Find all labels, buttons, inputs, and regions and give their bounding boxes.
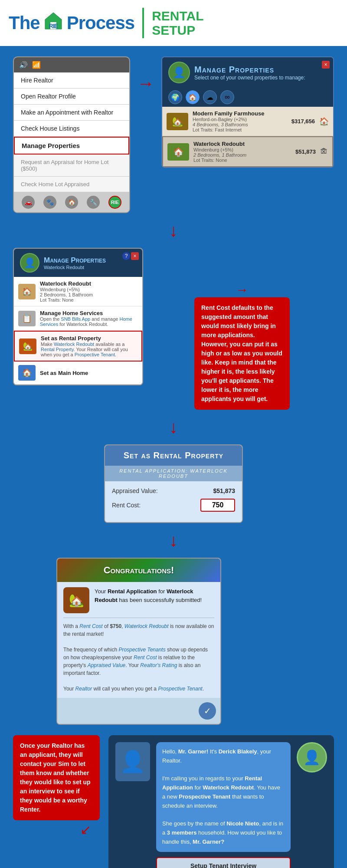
property-traits-farmhouse: Lot Traits: Fast Internet bbox=[193, 127, 287, 132]
congrats-text-rent: With a Rent Cost of $750, Waterlock Redo… bbox=[63, 622, 214, 638]
property-info-farmhouse: Modern Family Farmhouse Henford-on-Bagle… bbox=[193, 110, 287, 132]
dialog2-main-home-title: Set as Main Home bbox=[40, 370, 88, 376]
dialog-title: Manage Properties bbox=[194, 65, 305, 75]
dialog2-services-title: Manage Home Services bbox=[40, 310, 138, 316]
property-info-waterlock: Waterlock Redoubt Windenburg (+5%) 2 Bed… bbox=[193, 141, 291, 163]
dialog2-set-rental[interactable]: 🏡 Set as Rental Property Make Waterlock … bbox=[14, 331, 142, 362]
phone-panel-wrapper: 🔊 📶 Hire Realtor Open Realtor Profile Ma… bbox=[13, 56, 130, 213]
dialog2-help-btn[interactable]: ? bbox=[122, 252, 130, 260]
manage-properties-dialog2: 👤 Manage Properties Waterlock Redoubt ? … bbox=[13, 248, 143, 385]
property-price-waterlock: $51,873 bbox=[295, 148, 316, 155]
dialog2-property-location: Windenburg (+5%) bbox=[40, 287, 93, 292]
caller-avatar-right: 👤 bbox=[297, 742, 327, 773]
dialog-icon-infinity[interactable]: ∞ bbox=[220, 90, 234, 104]
property-traits-waterlock: Lot Traits: None bbox=[193, 158, 291, 163]
phone-icon-home[interactable]: 🏠 bbox=[65, 196, 78, 209]
dialog-close-btn[interactable]: × bbox=[322, 61, 330, 69]
property-action-icon-farmhouse: 🏠 bbox=[319, 117, 329, 126]
arrow-down-1: ↓ bbox=[13, 222, 334, 239]
rental-cost-field: Rent Cost: bbox=[112, 499, 235, 512]
rental-appraised-label: Appraised Value: bbox=[112, 487, 209, 494]
dialog2-main-home-icon: 🏠 bbox=[18, 365, 36, 381]
main-content: 🔊 📶 Hire Realtor Open Realtor Profile Ma… bbox=[0, 48, 347, 868]
logo-process: Process bbox=[67, 13, 134, 33]
section-1: 🔊 📶 Hire Realtor Open Realtor Profile Ma… bbox=[13, 56, 334, 213]
callout-section: → Rent Cost defaults to the suggested am… bbox=[150, 248, 334, 410]
svg-text:RIE: RIE bbox=[49, 23, 58, 30]
dialog-header: 👤 Manage Properties Select one of your o… bbox=[162, 57, 333, 88]
header-divider bbox=[142, 8, 144, 38]
congrats-text-frequency: The frequency of which Prospective Tenan… bbox=[63, 646, 214, 677]
congrats-check-btn[interactable]: ✓ bbox=[199, 702, 216, 720]
menu-item-check-appraised[interactable]: Check Home Lot Appraised bbox=[14, 177, 129, 192]
arrow-down-2: ↓ bbox=[13, 418, 334, 436]
congrats-dialog: Congratulations! 🏡 Your Rental Applicati… bbox=[56, 558, 221, 725]
caller-avatar-left: 👤 bbox=[115, 742, 150, 781]
menu-item-open-realtor-profile[interactable]: Open Realtor Profile bbox=[14, 89, 129, 105]
dialog-icons-row: 🌍 🏠 ☁ ∞ bbox=[162, 88, 333, 107]
phone-icon-pet[interactable]: 🐾 bbox=[43, 196, 56, 209]
dialog2-header: 👤 Manage Properties Waterlock Redoubt ? … bbox=[14, 249, 142, 277]
dialog2-services-icon: 📋 bbox=[18, 311, 36, 326]
phone-header: 🔊 📶 bbox=[14, 57, 129, 72]
dialog2-title: Manage Properties bbox=[44, 256, 106, 265]
caller-center-col: Hello, Mr. Garner! It's Derick Blakely, … bbox=[156, 742, 291, 868]
phone-icon-car[interactable]: 🚗 bbox=[22, 196, 35, 209]
dialog2-property-traits: Lot Traits: None bbox=[40, 297, 93, 302]
dialog-icon-globe[interactable]: 🌍 bbox=[168, 90, 182, 104]
congrats-icon: 🏡 bbox=[63, 587, 89, 613]
dialog-icon-home[interactable]: 🏠 bbox=[186, 90, 200, 104]
property-item-farmhouse[interactable]: 🏡 Modern Family Farmhouse Henford-on-Bag… bbox=[162, 107, 333, 136]
dialog2-rental-icon: 🏡 bbox=[19, 339, 36, 354]
section-2: 👤 Manage Properties Waterlock Redoubt ? … bbox=[13, 248, 334, 410]
dialog2-manage-services[interactable]: 📋 Manage Home Services Open the SNB Bill… bbox=[14, 306, 142, 331]
dialog-avatar: 👤 bbox=[168, 62, 190, 83]
logo-the: The bbox=[9, 13, 40, 33]
property-thumb-farmhouse: 🏡 bbox=[167, 113, 188, 130]
rental-cost-label: Rent Cost: bbox=[112, 502, 196, 509]
arrow-down-3: ↓ bbox=[13, 532, 334, 549]
section-5: Once your Realtor has an applicant, they… bbox=[13, 735, 334, 868]
realtor-callout-wrapper: Once your Realtor has an applicant, they… bbox=[13, 735, 100, 837]
caller-section: 👤 Hello, Mr. Garner! It's Derick Blakely… bbox=[108, 735, 334, 868]
caller-dialog: 👤 Hello, Mr. Garner! It's Derick Blakely… bbox=[108, 735, 334, 868]
rent-callout-box: Rent Cost defaults to the suggested amou… bbox=[194, 297, 290, 410]
congrats-text-main: Your Rental Application for Waterlock Re… bbox=[95, 587, 214, 604]
logo-rie-house: RIE bbox=[43, 10, 64, 36]
rental-dialog-body: Appraised Value: $51,873 Rent Cost: bbox=[105, 481, 242, 522]
caller-buttons: Setup Tenant Interview Dismiss Tenant(s) bbox=[156, 857, 291, 868]
menu-item-hire-realtor[interactable]: Hire Realtor bbox=[14, 72, 129, 89]
arrow-to-callout: → bbox=[236, 283, 249, 297]
phone-icon-tools[interactable]: 🔧 bbox=[87, 196, 100, 209]
property-beds-farmhouse: 4 Bedrooms, 3 Bathrooms bbox=[193, 122, 287, 127]
dialog2-close-btn[interactable]: × bbox=[131, 252, 139, 260]
logo: The RIE Process bbox=[9, 10, 134, 36]
phone-icon-rie[interactable]: RIE bbox=[108, 196, 121, 209]
property-location-farmhouse: Henford-on-Bagley (+2%) bbox=[193, 117, 287, 122]
dialog-icon-cloud[interactable]: ☁ bbox=[203, 90, 217, 104]
dialog2-property-name: Waterlock Redoubt bbox=[40, 280, 93, 287]
dialog2-rental-info: Set as Rental Property Make Waterlock Re… bbox=[41, 335, 137, 357]
dialog2-property-item[interactable]: 🏠 Waterlock Redoubt Windenburg (+5%) 2 B… bbox=[14, 277, 142, 306]
rental-appraised-value: $51,873 bbox=[213, 487, 235, 494]
dialog-title-block: Manage Properties Select one of your own… bbox=[194, 65, 305, 81]
page-header: The RIE Process RENTAL SETUP bbox=[0, 0, 347, 48]
menu-item-appraisal[interactable]: Request an Appraisal for Home Lot ($500) bbox=[14, 155, 129, 177]
phone-signal-icon: 📶 bbox=[32, 61, 41, 69]
congrats-title: Congratulations! bbox=[64, 565, 213, 576]
setup-interview-btn[interactable]: Setup Tenant Interview bbox=[156, 857, 291, 868]
arrow-to-caller: ↙ bbox=[80, 822, 91, 837]
manage-properties-panel: 👤 Manage Properties Select one of your o… bbox=[161, 56, 334, 168]
dialog2-body: 🏠 Waterlock Redoubt Windenburg (+5%) 2 B… bbox=[14, 277, 142, 385]
menu-item-house-listings[interactable]: Check House Listings bbox=[14, 121, 129, 137]
rental-cost-input[interactable] bbox=[200, 499, 235, 512]
menu-item-appointment[interactable]: Make an Appointment with Realtor bbox=[14, 105, 129, 121]
property-name-waterlock: Waterlock Redoubt bbox=[193, 141, 291, 147]
congrats-body: 🏡 Your Rental Application for Waterlock … bbox=[57, 582, 220, 698]
dialog2-set-main-home[interactable]: 🏠 Set as Main Home bbox=[14, 362, 142, 385]
property-item-waterlock[interactable]: 🏠 Waterlock Redoubt Windenburg (+5%) 2 B… bbox=[162, 136, 333, 167]
menu-item-manage-properties[interactable]: Manage Properties bbox=[14, 137, 129, 155]
dialog-subtitle: Select one of your owned properties to m… bbox=[194, 75, 305, 81]
section-3: Set as Rental Property Rental Applicatio… bbox=[13, 444, 334, 523]
arrow-to-manage: → bbox=[137, 56, 154, 93]
